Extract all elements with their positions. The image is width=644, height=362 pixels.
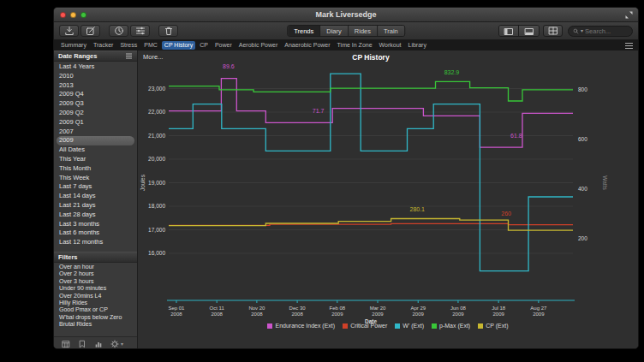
- sidebar-item-last-28-days[interactable]: Last 28 days: [54, 211, 137, 220]
- series-group: [169, 74, 573, 270]
- legend-item-endurance-index-ext: Endurance Index (Ext): [267, 323, 335, 329]
- filter-item-over-20mins-l4[interactable]: Over 20mins L4: [54, 293, 137, 300]
- date-ranges-list: Last 4 Years201020132009 Q42009 Q32009 Q…: [54, 62, 137, 248]
- sidebar-item-last-7-days[interactable]: Last 7 days: [54, 182, 137, 192]
- date-ranges-menu-icon[interactable]: [125, 53, 133, 59]
- annotation-89-6: 89.6: [223, 64, 235, 69]
- sidebar-item-last-3-months[interactable]: Last 3 months: [54, 220, 137, 229]
- zoom-window-button[interactable]: [80, 12, 86, 18]
- y-tick-label: 19,000: [148, 180, 165, 186]
- legend-label: Critical Power: [350, 323, 387, 329]
- sidebar-item-this-year[interactable]: This Year: [54, 155, 137, 164]
- sidebar-item-this-week[interactable]: This Week: [54, 174, 137, 183]
- sidebar-item-last-14-days[interactable]: Last 14 days: [54, 192, 137, 201]
- titlebar: Mark Liversedge: [54, 8, 638, 22]
- legend-swatch: [432, 323, 437, 329]
- chart-tabbar: SummaryTrackerStressPMCCP HistoryCPPower…: [54, 40, 638, 50]
- sidebar-item-2009-q4[interactable]: 2009 Q4: [54, 90, 137, 99]
- fullscreen-icon[interactable]: [624, 10, 634, 20]
- tab-library[interactable]: Library: [406, 41, 429, 50]
- import-ride-button[interactable]: [59, 25, 79, 37]
- sidebar-item-2009-q3[interactable]: 2009 Q3: [54, 99, 137, 109]
- sidebar-item-this-month[interactable]: This Month: [54, 164, 137, 174]
- x-tick-label: Dec 302008: [289, 306, 307, 317]
- sidebar-item-2009[interactable]: 2009: [57, 136, 134, 145]
- y-axis-left-title: Joules: [140, 174, 146, 191]
- options-button[interactable]: [130, 25, 150, 37]
- traffic-lights: [60, 12, 86, 18]
- download-icon: [64, 26, 75, 36]
- segment-diary[interactable]: Diary: [320, 26, 349, 36]
- tab-pmc[interactable]: PMC: [141, 41, 160, 50]
- sidebar-item-last-4-years[interactable]: Last 4 Years: [54, 62, 137, 72]
- y-tick-label: 22,000: [148, 109, 165, 115]
- sidebar-settings-button[interactable]: ▾: [110, 340, 123, 348]
- sidebar-calendar-button[interactable]: [62, 340, 70, 348]
- y-tick-label: 21,000: [148, 133, 165, 139]
- realtime-button[interactable]: [109, 25, 128, 37]
- sidebar-item-2009-q2[interactable]: 2009 Q2: [54, 109, 137, 118]
- sidebar-item-last-6-months[interactable]: Last 6 months: [54, 228, 137, 238]
- tiles-icon: [548, 26, 558, 36]
- segment-rides[interactable]: Rides: [349, 26, 378, 36]
- more-link[interactable]: More...: [143, 53, 163, 61]
- sidebar-bookmark-button[interactable]: [78, 340, 86, 348]
- tab-menu-icon[interactable]: [624, 42, 634, 50]
- right-toolbar-group: ▾: [498, 25, 633, 37]
- filter-item-over-3-hours[interactable]: Over 3 hours: [54, 278, 137, 285]
- tab-summary[interactable]: Summary: [58, 41, 89, 50]
- legend-item-cp-ext: CP (Ext): [478, 323, 508, 329]
- search-input[interactable]: [585, 27, 628, 35]
- sidebar-item-last-12-months[interactable]: Last 12 months: [54, 238, 137, 247]
- toolbar: TrendsDiaryRidesTrain: [54, 22, 638, 40]
- x-tick-label: Apr 292009: [410, 306, 426, 317]
- legend-label: W' (Ext): [402, 323, 424, 329]
- manual-ride-button[interactable]: [80, 25, 100, 37]
- sidebar-item-2010[interactable]: 2010: [54, 72, 137, 81]
- tab-cp-history[interactable]: CP History: [162, 41, 195, 50]
- tile-view-button[interactable]: [543, 25, 563, 37]
- chart-title: CP History: [169, 53, 573, 62]
- filter-item-w-bal-drops-below-zero[interactable]: W'bal drops below Zero: [54, 314, 137, 321]
- filter-item-over-2-hours[interactable]: Over 2 hours: [54, 270, 137, 277]
- annotation-71-7: 71.7: [313, 108, 325, 114]
- delete-ride-button[interactable]: [158, 25, 178, 37]
- tab-cp[interactable]: CP: [197, 41, 211, 50]
- tab-aerobic-power[interactable]: Aerobic Power: [236, 41, 281, 50]
- filter-item-hilly-rides[interactable]: Hilly Rides: [54, 300, 137, 306]
- x-tick-label: Jun 082009: [450, 306, 467, 317]
- toggle-sidebar-button[interactable]: [499, 26, 519, 37]
- tab-tracker[interactable]: Tracker: [91, 41, 116, 50]
- sidebar-item-all-dates[interactable]: All Dates: [54, 145, 137, 155]
- filter-item-under-90-minutes[interactable]: Under 90 minutes: [54, 285, 137, 292]
- x-tick-label: Sep 012008: [168, 306, 185, 317]
- tab-power[interactable]: Power: [212, 41, 235, 50]
- sidebar-item-2009-q1[interactable]: 2009 Q1: [54, 118, 137, 128]
- toggle-bottombar-button[interactable]: [519, 26, 539, 37]
- minimize-window-button[interactable]: [70, 12, 76, 18]
- filter-item-over-an-hour[interactable]: Over an hour: [54, 264, 137, 270]
- y-tick-label: 400: [578, 186, 587, 192]
- legend-swatch: [395, 323, 400, 329]
- tab-workout[interactable]: Workout: [377, 41, 404, 50]
- legend-item-critical-power: Critical Power: [343, 323, 387, 329]
- filters-title: Filters: [58, 253, 78, 261]
- tab-time-in-zone[interactable]: Time In Zone: [335, 41, 375, 50]
- tab-anaerobic-power[interactable]: Anaerobic Power: [282, 41, 332, 50]
- y-tick-label: 800: [578, 86, 587, 92]
- sidebar-item-2013[interactable]: 2013: [54, 81, 137, 91]
- close-window-button[interactable]: [60, 12, 66, 18]
- sidebar-item-last-21-days[interactable]: Last 21 days: [54, 201, 137, 211]
- sidebar-footer: ▾: [54, 336, 137, 349]
- segment-trends[interactable]: Trends: [288, 26, 320, 36]
- filter-item-brutal-rides[interactable]: Brutal Rides: [54, 321, 137, 328]
- sidebar-item-2007[interactable]: 2007: [54, 128, 137, 137]
- annotation-280-1: 280.1: [410, 206, 426, 212]
- tab-stress[interactable]: Stress: [117, 41, 140, 50]
- annotations: 89.671.7832.961.8280.1260: [223, 64, 522, 217]
- series-w-ext: [169, 74, 573, 270]
- search-scope-caret-icon[interactable]: ▾: [581, 28, 583, 33]
- filter-item-good-pmax-or-cp[interactable]: Good Pmax or CP: [54, 306, 137, 313]
- sidebar-chart-button[interactable]: [94, 340, 103, 348]
- segment-train[interactable]: Train: [378, 26, 404, 36]
